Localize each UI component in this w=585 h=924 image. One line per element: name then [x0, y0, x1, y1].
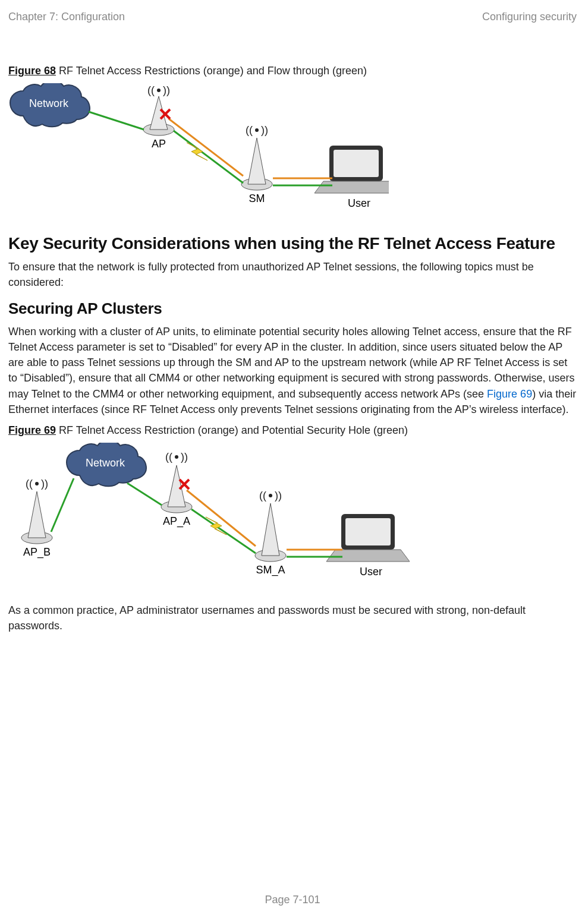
figure-68-diagram: Network (( )) AP (( )) SM User	[8, 83, 577, 222]
page-footer: Page 7-101	[0, 894, 585, 906]
figure-69-link[interactable]: Figure 69	[487, 388, 532, 400]
svg-text:)): ))	[163, 84, 170, 96]
figure-69-caption: Figure 69 RF Telnet Access Restriction (…	[8, 424, 577, 437]
network-label: Network	[29, 97, 69, 109]
figure-68-caption-text: RF Telnet Access Restrictions (orange) a…	[56, 65, 367, 77]
svg-text:((: ((	[246, 124, 253, 136]
network-cloud-icon: Network	[10, 83, 90, 127]
sm-label: SM	[249, 193, 265, 204]
svg-point-13	[35, 482, 39, 485]
user-label: User	[360, 566, 382, 578]
network-cloud-icon: Network	[67, 443, 146, 486]
svg-point-17	[175, 455, 178, 459]
figure-68-caption: Figure 68 RF Telnet Access Restrictions …	[8, 65, 577, 77]
svg-text:((: ((	[147, 84, 155, 96]
para-clusters: When working with a cluster of AP units,…	[8, 324, 577, 417]
heading-securing-clusters: Securing AP Clusters	[8, 299, 577, 318]
para-intro: To ensure that the network is fully prot…	[8, 259, 577, 290]
figure-69-diagram: Network (( )) AP_B (( )) AP_A (( )) SM_A…	[8, 443, 577, 591]
svg-text:((: ((	[26, 478, 33, 490]
svg-rect-25	[345, 518, 391, 545]
header-left: Chapter 7: Configuration	[8, 11, 125, 23]
svg-text:)): ))	[275, 490, 282, 502]
ap-a-label: AP_A	[163, 515, 190, 528]
sm-a-icon: (( )) SM_A	[255, 490, 286, 576]
ap-a-icon: (( )) AP_A	[161, 451, 192, 528]
laptop-icon: User	[326, 514, 410, 578]
blocked-x-icon	[180, 480, 189, 489]
header-right: Configuring security	[482, 11, 577, 23]
page-header: Chapter 7: Configuration Configuring sec…	[8, 11, 577, 23]
ap-b-label: AP_B	[23, 546, 51, 559]
figure-69-label: Figure 69	[8, 424, 56, 436]
svg-point-5	[255, 128, 259, 132]
sm-a-label: SM_A	[256, 564, 285, 576]
para-common-practice: As a common practice, AP administrator u…	[8, 603, 577, 633]
svg-point-1	[157, 89, 161, 92]
sm-icon: (( )) SM	[241, 124, 272, 204]
svg-text:)): ))	[261, 124, 268, 136]
ap-label: AP	[152, 138, 166, 150]
svg-text:)): ))	[41, 478, 48, 490]
figure-68-label: Figure 68	[8, 65, 56, 77]
heading-key-security: Key Security Considerations when using t…	[8, 234, 577, 253]
figure-69-caption-text: RF Telnet Access Restriction (orange) an…	[56, 424, 408, 436]
user-label: User	[348, 197, 370, 209]
svg-rect-9	[334, 150, 379, 177]
svg-point-21	[269, 494, 272, 497]
svg-text:((: ((	[259, 490, 266, 502]
svg-text:)): ))	[181, 451, 188, 463]
svg-text:((: ((	[165, 451, 172, 463]
network-label: Network	[86, 457, 125, 469]
ap-b-icon: (( )) AP_B	[21, 478, 52, 559]
